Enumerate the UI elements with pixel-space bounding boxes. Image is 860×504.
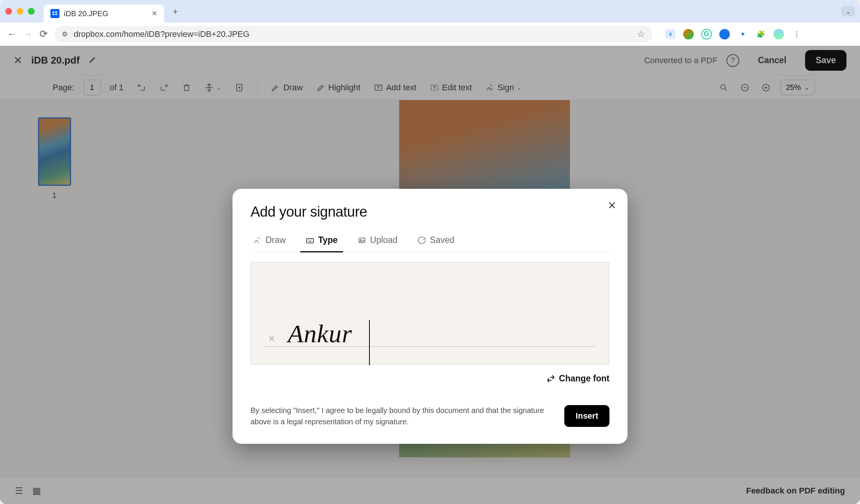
- dropbox-favicon-icon: [50, 9, 59, 18]
- extension-icon[interactable]: [683, 29, 694, 39]
- extension-icon[interactable]: [719, 29, 730, 39]
- extension-icons: 📧 G ✦ 🧩 ⋮: [665, 29, 802, 39]
- window-maximize-button[interactable]: [28, 8, 35, 15]
- legal-disclaimer: By selecting "Insert," I agree to be leg…: [251, 405, 553, 427]
- forward-button[interactable]: →: [23, 28, 33, 40]
- signature-input-area[interactable]: ✕ Ankur: [251, 262, 609, 364]
- tab-draw[interactable]: Draw: [251, 231, 288, 252]
- tab-upload[interactable]: Upload: [355, 231, 400, 252]
- signature-modal: ✕ Add your signature Draw Type Upload Sa…: [232, 189, 628, 444]
- profile-avatar[interactable]: [773, 29, 784, 39]
- tab-saved[interactable]: Saved: [415, 231, 457, 252]
- change-font-button[interactable]: Change font: [546, 373, 609, 384]
- url-bar-row: ← → ⟳ ⚙ dropbox.com/home/iDB?preview=iDB…: [0, 23, 860, 46]
- extensions-menu-icon[interactable]: 🧩: [755, 29, 766, 39]
- reload-button[interactable]: ⟳: [38, 28, 49, 40]
- extension-icon[interactable]: ✦: [737, 29, 748, 39]
- modal-close-button[interactable]: ✕: [608, 199, 616, 212]
- url-text: dropbox.com/home/iDB?preview=iDB+20.JPEG: [74, 29, 249, 39]
- url-bar[interactable]: ⚙ dropbox.com/home/iDB?preview=iDB+20.JP…: [54, 26, 652, 43]
- window-close-button[interactable]: [5, 8, 12, 15]
- signature-baseline: Ankur: [264, 317, 596, 347]
- browser-tab[interactable]: iDB 20.JPEG ✕: [44, 5, 164, 23]
- chrome-menu-icon[interactable]: ⋮: [792, 29, 802, 39]
- browser-chrome: iDB 20.JPEG ✕ ＋ ⌄: [0, 0, 860, 23]
- window-controls: [5, 8, 35, 15]
- new-tab-button[interactable]: ＋: [171, 5, 180, 17]
- tab-close-icon[interactable]: ✕: [152, 9, 157, 18]
- insert-button[interactable]: Insert: [564, 405, 609, 427]
- window-minimize-button[interactable]: [17, 8, 23, 15]
- bookmark-star-icon[interactable]: ☆: [637, 29, 645, 39]
- extension-icon[interactable]: 📧: [665, 29, 676, 39]
- signature-tabs: Draw Type Upload Saved: [251, 231, 609, 252]
- tab-title: iDB 20.JPEG: [64, 9, 147, 18]
- signature-text: Ankur: [288, 319, 352, 349]
- back-button[interactable]: ←: [7, 28, 17, 40]
- tab-overflow-icon[interactable]: ⌄: [841, 6, 855, 17]
- extension-icon[interactable]: G: [701, 29, 712, 39]
- site-settings-icon[interactable]: ⚙: [62, 30, 68, 38]
- tab-type[interactable]: Type: [303, 231, 340, 252]
- modal-title: Add your signature: [251, 204, 609, 220]
- app-workspace: ✕ iDB 20.pdf Converted to a PDF ? Cancel…: [0, 46, 860, 504]
- svg-rect-6: [307, 238, 313, 243]
- text-caret: [369, 320, 370, 365]
